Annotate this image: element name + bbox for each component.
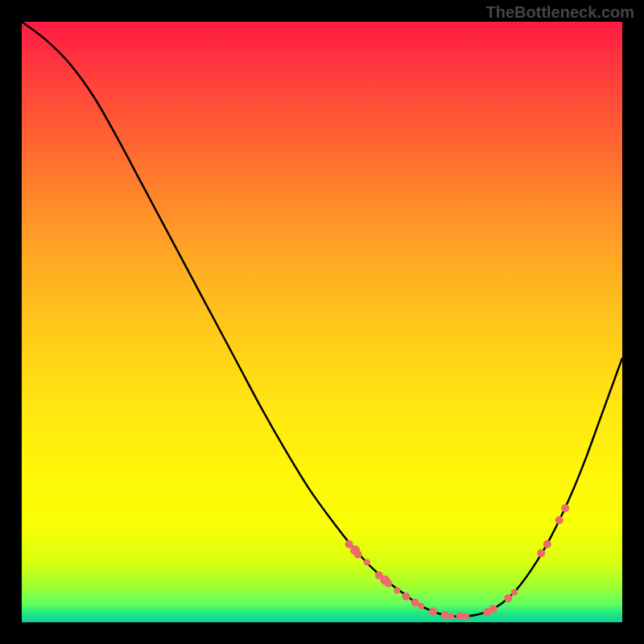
data-marker: [511, 589, 518, 596]
watermark-text: TheBottleneck.com: [486, 3, 634, 22]
data-marker: [429, 608, 437, 616]
data-marker: [411, 598, 419, 606]
data-marker: [555, 516, 564, 524]
data-marker: [384, 580, 392, 588]
data-marker: [463, 613, 469, 620]
data-marker: [402, 592, 410, 601]
data-marker: [448, 613, 454, 620]
bottleneck-curve: [22, 22, 622, 617]
data-marker: [537, 549, 545, 557]
data-marker: [418, 603, 424, 609]
data-marker: [394, 587, 400, 593]
data-marker: [504, 594, 512, 602]
plot-area: [22, 22, 622, 622]
data-marker: [543, 540, 551, 548]
chart-svg: [22, 22, 622, 622]
data-marker: [441, 611, 449, 619]
data-marker: [364, 559, 370, 565]
data-marker: [561, 504, 569, 512]
data-marker: [354, 551, 362, 559]
data-marker: [489, 605, 497, 613]
